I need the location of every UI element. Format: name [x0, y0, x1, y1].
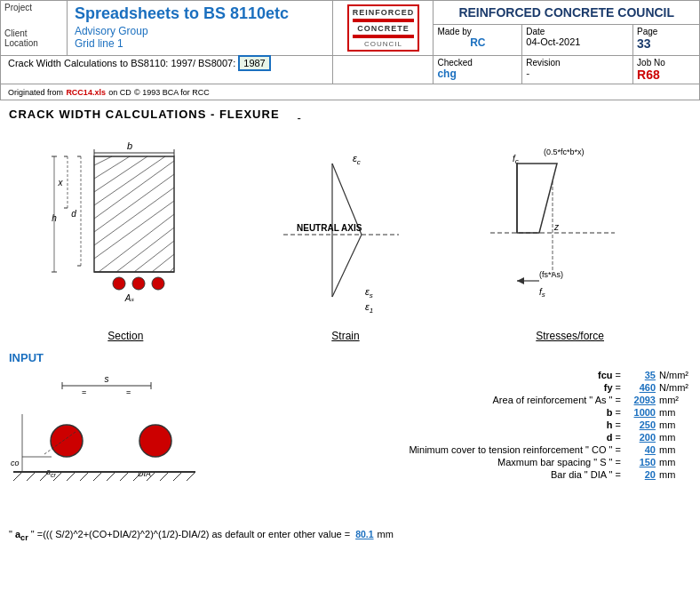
location-label: Location — [4, 38, 63, 48]
svg-line-71 — [40, 472, 49, 481]
input-title: INPUT — [9, 351, 691, 364]
svg-text:Aₛ: Aₛ — [124, 293, 135, 303]
diagram-area: b x — [9, 137, 691, 342]
rcc-header-right: REINFORCED CONCRETE COUNCIL — [434, 1, 700, 25]
svg-line-81 — [173, 472, 182, 481]
svg-text:ε1: ε1 — [365, 301, 373, 315]
h-label: h = — [607, 419, 624, 430]
fcu-row: fcu = 35 N/mm² — [231, 370, 691, 380]
stress-diagram: fc (0.5*fc*b*x) z (fs*As) fs Stresses/fo… — [490, 137, 650, 342]
svg-line-16 — [152, 254, 174, 272]
year-input[interactable]: 1987 — [238, 55, 270, 71]
fy-label: fy = — [604, 382, 624, 393]
svg-line-80 — [160, 472, 169, 481]
svg-text:h: h — [52, 213, 58, 223]
made-by-cell: Made by RC — [434, 25, 522, 56]
b-label: b = — [607, 407, 624, 418]
input-row: s = = DIA co acr — [9, 370, 691, 523]
section-svg: b x — [50, 137, 201, 323]
project-label: Project — [4, 3, 63, 12]
svg-line-70 — [27, 472, 36, 481]
page-label: Page — [637, 27, 696, 36]
location-value: Grid line 1 — [75, 37, 326, 50]
client-value: Advisory Group — [75, 25, 326, 37]
input-diagram-area: s = = DIA co acr — [9, 370, 231, 523]
rcc-logo-cell: REINFORCED CONCRETE COUNCIL — [333, 1, 434, 56]
logo-text2: CONCRETE — [353, 24, 415, 33]
co-row: Minimum cover to tension reinforcement "… — [231, 444, 691, 455]
svg-rect-4 — [94, 156, 174, 272]
section-label: Section — [50, 330, 201, 342]
d-unit: mm — [656, 432, 691, 443]
date-label: Date — [526, 27, 629, 36]
acr-value: 80.1 — [355, 529, 373, 539]
job-no-label: Job No — [637, 58, 696, 68]
date-value: 04-Oct-2021 — [526, 36, 629, 47]
checked-label: Checked — [437, 58, 518, 68]
rcc-logo: REINFORCED CONCRETE COUNCIL — [347, 4, 420, 52]
h-value: 250 — [624, 419, 656, 430]
made-by-value: RC — [437, 36, 518, 49]
stress-svg: fc (0.5*fc*b*x) z (fs*As) fs — [490, 137, 650, 323]
svg-text:(0.5*fc*b*x): (0.5*fc*b*x) — [544, 148, 585, 156]
as-unit: mm² — [656, 395, 691, 405]
section-title: CRACK WIDTH CALCULATIONS - FLEXURE — [9, 108, 280, 121]
crack-width-row: Crack Width Calculations to BS8110: 1997… — [1, 56, 333, 84]
job-no-cell: Job No R68 — [633, 56, 700, 84]
logo-text3: COUNCIL — [353, 40, 415, 48]
rcc14-link[interactable]: RCC14.xls — [66, 88, 106, 97]
svg-line-77 — [120, 472, 129, 481]
svg-point-32 — [132, 277, 145, 290]
svg-line-8 — [94, 156, 165, 205]
svg-text:εc: εc — [353, 153, 361, 166]
header-table: Project Client Location Spreadsheets to … — [0, 0, 700, 100]
page-cell: Page 33 — [633, 25, 700, 56]
svg-point-33 — [152, 277, 164, 290]
svg-line-5 — [94, 156, 112, 165]
fy-row: fy = 460 N/mm² — [231, 382, 691, 393]
svg-text:NEUTRAL  AXIS: NEUTRAL AXIS — [297, 223, 362, 233]
strain-label: Strain — [283, 330, 408, 342]
originated-text: Originated from — [8, 88, 63, 97]
revision-cell: Revision - — [522, 56, 633, 84]
svg-text:εs: εs — [365, 286, 373, 300]
svg-text:=: = — [82, 387, 86, 396]
fcu-unit: N/mm² — [656, 370, 691, 380]
crack-width-label: Crack Width Calculations to BS8110: 1997… — [8, 58, 235, 68]
svg-line-15 — [134, 241, 174, 272]
svg-text:DIA: DIA — [138, 469, 151, 478]
as-row: Area of reinforcement " As " = 2093 mm² — [231, 395, 691, 405]
co-value: 40 — [624, 444, 656, 455]
section-diagram: b x — [50, 137, 201, 342]
revision-label: Revision — [526, 58, 629, 68]
formula-row: " acr " =((( S/2)^2+(CO+DIA/2)^2)^(1/2)-… — [9, 529, 691, 542]
svg-text:=: = — [126, 387, 131, 396]
svg-marker-46 — [517, 164, 557, 233]
svg-text:z: z — [553, 222, 560, 232]
svg-line-38 — [332, 235, 362, 297]
main-content: CRACK WIDTH CALCULATIONS - FLEXURE - b — [0, 100, 700, 549]
input-section: INPUT s = = DIA — [9, 351, 691, 542]
job-no-value: R68 — [637, 68, 696, 82]
b-row: b = 1000 mm — [231, 407, 691, 418]
svg-line-9 — [94, 161, 174, 219]
acr-label: " acr " =((( S/2)^2+(CO+DIA/2)^2)^(1/2)-… — [9, 529, 350, 542]
stresses-label: Stresses/force — [490, 330, 650, 342]
on-cd-text: on CD — [108, 88, 131, 97]
logo-bar2 — [353, 35, 415, 38]
d-row: d = 200 mm — [231, 432, 691, 443]
svg-point-31 — [113, 277, 125, 290]
input-svg: s = = DIA co acr — [9, 370, 222, 521]
svg-line-6 — [94, 156, 130, 179]
d-label: d = — [607, 432, 624, 443]
svg-point-61 — [139, 425, 171, 457]
svg-text:co: co — [11, 459, 20, 467]
date-cell: Date 04-Oct-2021 — [522, 25, 633, 56]
b-value: 1000 — [624, 407, 656, 418]
svg-line-73 — [67, 472, 76, 481]
svg-line-14 — [116, 228, 174, 272]
co-unit: mm — [656, 444, 691, 455]
svg-text:fs: fs — [539, 287, 545, 299]
s-value: 150 — [624, 457, 656, 467]
svg-text:x: x — [58, 178, 64, 188]
